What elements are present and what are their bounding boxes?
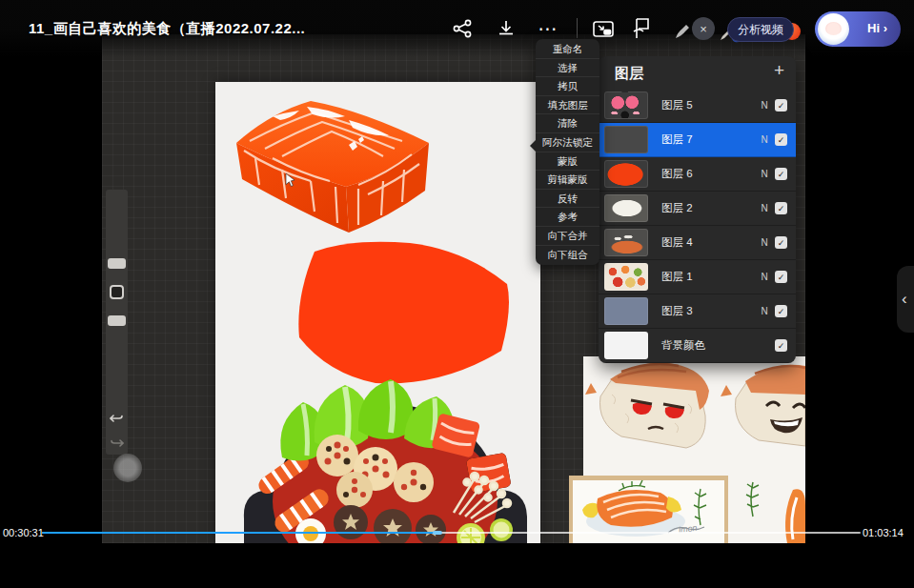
- orange-blob-shape: [298, 242, 509, 384]
- menu-item[interactable]: 反转: [536, 190, 599, 209]
- close-icon[interactable]: ×: [692, 17, 715, 40]
- flag-tool-icon[interactable]: [629, 16, 654, 41]
- layer-name: 背景颜色: [661, 338, 756, 353]
- add-layer-button[interactable]: +: [774, 60, 784, 81]
- layer-thumb: [604, 297, 648, 325]
- brush-size-slider[interactable]: [108, 258, 126, 269]
- angry-sushi-character: [585, 363, 709, 448]
- menu-item[interactable]: 参考: [536, 208, 599, 227]
- layer-visibility-checkbox[interactable]: ✓: [775, 202, 787, 214]
- modify-button[interactable]: [110, 285, 124, 299]
- layer-row[interactable]: 图层 6 N ✓: [599, 157, 796, 192]
- seek-bar-handle[interactable]: [433, 531, 442, 535]
- player-top-bar: 11_画自己喜欢的美食（直播2022.07.22... ⋯: [0, 0, 914, 57]
- layer-row[interactable]: 图层 4 N ✓: [599, 226, 796, 260]
- video-title: 11_画自己喜欢的美食（直播2022.07.22...: [29, 20, 305, 38]
- layers-panel-title: 图层: [615, 65, 643, 83]
- check-icon: ✓: [778, 273, 785, 282]
- layer-name: 图层 3: [661, 304, 756, 318]
- undo-icon[interactable]: [110, 411, 124, 425]
- layer-visibility-checkbox[interactable]: ✓: [775, 236, 787, 249]
- layer-visibility-checkbox[interactable]: ✓: [775, 305, 787, 317]
- layer-thumb: [604, 160, 648, 188]
- brush-tool-icon: [670, 19, 695, 44]
- layer-thumb: [604, 229, 648, 256]
- menu-item[interactable]: 重命名: [536, 40, 599, 59]
- drawing-canvas[interactable]: [215, 82, 540, 543]
- layer-visibility-checkbox[interactable]: ✓: [775, 168, 787, 180]
- menu-item[interactable]: 拷贝: [536, 77, 599, 96]
- player-control-bar: 倍速 高清 字幕 查找 SVIP SVIP: [0, 543, 914, 588]
- layer-blend-mode[interactable]: N: [756, 237, 773, 248]
- layer-name: 图层 1: [661, 270, 756, 284]
- menu-item[interactable]: 清除: [536, 114, 599, 133]
- check-icon: ✓: [778, 307, 785, 316]
- download-icon[interactable]: [494, 16, 518, 41]
- hi-label: Hi ›: [867, 21, 887, 35]
- seek-bar[interactable]: [42, 532, 861, 534]
- menu-item[interactable]: 填充图层: [536, 96, 599, 115]
- layer-row[interactable]: 图层 3 N ✓: [599, 294, 796, 329]
- progress-row: 00:30:31 01:03:14: [0, 524, 914, 543]
- more-options-icon[interactable]: ⋯: [536, 16, 560, 41]
- share-icon[interactable]: [450, 16, 475, 41]
- menu-item[interactable]: 向下合并: [536, 227, 599, 246]
- hot-pot-illustration: [244, 379, 527, 543]
- laughing-sushi-character: [721, 365, 805, 446]
- side-drawer-toggle[interactable]: ‹: [897, 266, 914, 333]
- layer-blend-mode[interactable]: N: [756, 306, 773, 316]
- menu-item[interactable]: 向下组合: [536, 246, 599, 265]
- picture-in-picture-icon[interactable]: [591, 16, 616, 41]
- layer-thumb: [604, 194, 648, 222]
- layer-visibility-checkbox[interactable]: ✓: [775, 99, 787, 112]
- layer-name: 图层 5: [661, 98, 756, 112]
- menu-item[interactable]: 剪辑蒙版: [536, 171, 599, 190]
- layer-row[interactable]: 图层 7 N ✓: [599, 123, 796, 157]
- procreate-slider-bar[interactable]: [106, 190, 128, 455]
- chevron-left-icon: ‹: [902, 290, 907, 309]
- redo-icon[interactable]: [110, 436, 124, 450]
- salmon-block: [236, 101, 429, 233]
- menu-item[interactable]: 阿尔法锁定: [536, 133, 599, 152]
- toolbar-divider: [577, 18, 578, 38]
- check-icon: ✓: [778, 238, 785, 248]
- opacity-slider[interactable]: [108, 315, 126, 326]
- video-player: lmon 11_画自己喜欢的美食（直播2022.07.22... ⋯: [0, 0, 914, 588]
- layer-blend-mode[interactable]: N: [756, 169, 773, 179]
- layer-thumb: [604, 91, 648, 119]
- current-time: 00:30:31: [3, 527, 44, 538]
- duration: 01:03:14: [863, 527, 904, 538]
- check-icon: ✓: [778, 101, 785, 111]
- layers-panel-header: 图层 +: [599, 56, 796, 89]
- menu-item[interactable]: 选择: [536, 59, 599, 78]
- layer-row[interactable]: 背景颜色 ✓: [599, 329, 796, 363]
- layers-list: 图层 5 N ✓ 图层 7 N ✓ 图层 6 N ✓: [599, 89, 796, 363]
- layer-visibility-checkbox[interactable]: ✓: [775, 339, 787, 352]
- layer-thumb: [604, 332, 648, 359]
- account-button[interactable]: Hi ›: [815, 11, 901, 47]
- check-icon: ✓: [778, 341, 785, 351]
- layers-panel: 图层 + 图层 5 N ✓ 图层 7 N ✓: [599, 56, 796, 363]
- analyze-video-button[interactable]: 分析视频: [727, 17, 794, 42]
- avatar: [818, 13, 849, 45]
- layer-name: 图层 7: [661, 132, 756, 147]
- seek-bar-played: [42, 532, 437, 534]
- layer-blend-mode[interactable]: N: [756, 203, 773, 213]
- layer-blend-mode[interactable]: N: [756, 134, 773, 145]
- layer-row[interactable]: 图层 2 N ✓: [599, 192, 796, 226]
- layer-thumb: [604, 263, 648, 291]
- layer-row[interactable]: 图层 5 N ✓: [599, 89, 796, 123]
- layer-name: 图层 6: [661, 167, 756, 181]
- layer-visibility-checkbox[interactable]: ✓: [775, 133, 787, 146]
- layer-visibility-checkbox[interactable]: ✓: [775, 271, 787, 283]
- layer-context-menu: 重命名 选择 拷贝 填充图层 清除 阿尔法锁定 蒙版 剪辑蒙版 反转 参考 向下…: [536, 39, 599, 265]
- layer-row[interactable]: 图层 1 N ✓: [599, 260, 796, 294]
- menu-item[interactable]: 蒙版: [536, 152, 599, 172]
- touch-indicator: [113, 454, 142, 482]
- check-icon: ✓: [778, 204, 785, 213]
- layer-name: 图层 4: [661, 235, 756, 250]
- layer-blend-mode[interactable]: N: [756, 100, 773, 111]
- layer-blend-mode[interactable]: N: [756, 272, 773, 282]
- layer-thumb: [604, 126, 648, 153]
- canvas-artwork: [215, 82, 540, 543]
